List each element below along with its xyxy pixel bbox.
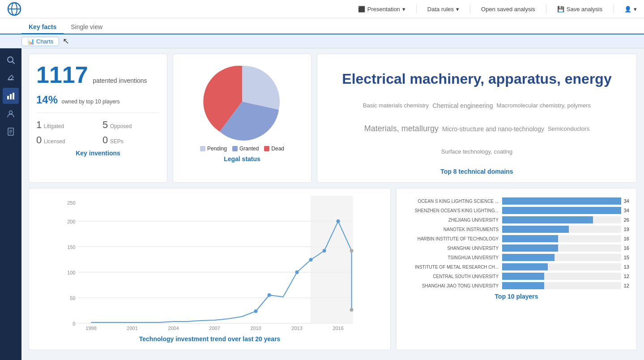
svg-text:2016: 2016 — [333, 326, 343, 330]
presentation-icon: ⬛ — [358, 6, 365, 13]
user-icon: 👤 — [624, 6, 631, 13]
bar-value: 15 — [624, 255, 629, 260]
sidebar-search-icon[interactable] — [3, 52, 19, 68]
svg-text:50: 50 — [70, 296, 75, 301]
pct-label: owned by top 10 players — [62, 99, 120, 105]
divider — [613, 4, 614, 13]
word-cloud-item[interactable]: Materials, metallurgy — [364, 124, 439, 133]
bar-value: 16 — [624, 236, 629, 241]
cursor-indicator: ↖ — [63, 36, 69, 46]
divider — [546, 4, 546, 13]
tab-key-facts[interactable]: Key facts — [21, 21, 64, 34]
charts-button[interactable]: 📊 Charts — [21, 37, 59, 46]
trend-chart-title: Technology investment trend over last 20… — [36, 335, 383, 343]
chevron-down-icon: ▾ — [456, 6, 459, 13]
word-cloud-item[interactable]: Semiconductors — [548, 125, 589, 132]
key-inventions-title: Key inventions — [36, 150, 160, 157]
top-domains-card: Electrical machinery, apparatus, energyB… — [317, 54, 637, 183]
word-cloud-item[interactable]: Micro-structure and nano-technology — [442, 125, 544, 133]
sidebar-edit-icon[interactable] — [3, 70, 19, 86]
trend-chart-card: 0 50 100 150 200 250 — [29, 188, 391, 350]
pie-chart-container: Pending Granted Dead — [180, 61, 304, 152]
svg-text:1998: 1998 — [85, 326, 96, 330]
sidebar-document-icon[interactable] — [3, 124, 19, 140]
save-button[interactable]: 💾 Save analysis — [557, 6, 602, 13]
bar-value: 12 — [624, 274, 629, 279]
sidebar — [0, 48, 21, 360]
bar-row: ZHEJIANG UNIVERSITY26 — [404, 216, 629, 223]
bar-bg — [502, 226, 621, 233]
bar-row: SHENZHEN OCEAN'S KING LIGHTING...34 — [404, 207, 629, 214]
patent-count: 1117 — [36, 62, 88, 88]
opposed-stat: 5 Opposed — [102, 119, 160, 131]
legal-status-card: Pending Granted Dead Legal status — [173, 54, 311, 183]
bar-label: ZHEJIANG UNIVERSITY — [404, 218, 502, 223]
sidebar-chart-icon[interactable] — [3, 88, 19, 104]
presentation-button[interactable]: ⬛ Presentation ▾ — [358, 6, 405, 13]
bar-value: 19 — [624, 227, 629, 232]
bar-bg — [502, 263, 621, 270]
divider — [470, 4, 470, 13]
bar-fill — [502, 226, 568, 233]
word-cloud-item[interactable]: Basic materials chemistry — [363, 102, 429, 109]
svg-rect-8 — [13, 93, 14, 99]
bar-row: INSTITUTE OF METAL RESEARCH CH...13 — [404, 263, 629, 270]
bar-bg — [502, 244, 621, 252]
patent-count-label: patented inventions — [93, 77, 147, 84]
open-saved-button[interactable]: Open saved analysis — [481, 6, 535, 13]
trend-chart-area: 0 50 100 150 200 250 — [36, 196, 383, 332]
bar-label: OCEAN S KING LIGHTING SCIENCE ... — [404, 199, 502, 204]
licensed-stat: 0 Licensed — [36, 134, 94, 146]
data-rules-button[interactable]: Data rules ▾ — [427, 6, 459, 13]
bar-fill — [502, 207, 621, 214]
bar-value: 13 — [624, 264, 629, 270]
litigated-stat: 1 Litigated — [36, 119, 94, 131]
bar-label: TSINGHUA UNIVERSITY — [404, 255, 502, 260]
bar-bg — [502, 273, 621, 280]
trend-line-chart: 0 50 100 150 200 250 — [36, 196, 383, 330]
svg-point-40 — [350, 308, 354, 312]
word-cloud-item[interactable]: Electrical machinery, apparatus, energy — [342, 71, 611, 87]
bar-row: TSINGHUA UNIVERSITY15 — [404, 254, 629, 261]
bar-value: 16 — [624, 245, 629, 251]
sidebar-users-icon[interactable] — [3, 106, 19, 122]
main-layout: 1117 patented inventions 14% owned by to… — [0, 48, 644, 360]
svg-text:2013: 2013 — [291, 326, 302, 330]
word-cloud-item[interactable]: Macromolecular chemistry, polymers — [497, 102, 591, 109]
legend-granted: Granted — [232, 146, 259, 152]
tab-single-view[interactable]: Single view — [64, 21, 110, 34]
bar-fill — [502, 273, 544, 280]
bar-value: 34 — [624, 208, 629, 213]
bar-bg — [502, 282, 621, 289]
user-button[interactable]: 👤▾ — [624, 6, 637, 13]
svg-text:200: 200 — [67, 219, 75, 224]
svg-text:2007: 2007 — [209, 326, 220, 330]
svg-text:2004: 2004 — [168, 326, 179, 330]
bar-label: SHENZHEN OCEAN'S KING LIGHTING... — [404, 208, 502, 213]
bar-chart: OCEAN S KING LIGHTING SCIENCE ...34SHENZ… — [404, 196, 629, 289]
charts-icon: 📊 — [27, 38, 34, 45]
row-1: 1117 patented inventions 14% owned by to… — [29, 54, 637, 183]
bar-row: CENTRAL SOUTH UNIVERSITY12 — [404, 273, 629, 280]
bar-bg — [502, 254, 621, 261]
word-cloud: Electrical machinery, apparatus, energyB… — [324, 61, 629, 164]
svg-text:150: 150 — [67, 244, 75, 250]
word-cloud-item[interactable]: Chemical engineering — [432, 102, 493, 109]
pie-chart — [202, 61, 282, 142]
topbar: ⬛ Presentation ▾ Data rules ▾ Open saved… — [0, 0, 644, 18]
granted-dot — [232, 146, 238, 151]
row-2: 0 50 100 150 200 250 — [29, 188, 637, 350]
bar-value: 34 — [624, 198, 629, 204]
bar-bg — [502, 235, 621, 242]
tabbar: Key facts Single view — [0, 18, 644, 34]
bar-fill — [502, 263, 548, 270]
dead-dot — [264, 146, 269, 151]
legal-status-title: Legal status — [180, 155, 304, 163]
top-players-title: Top 10 players — [404, 293, 629, 300]
bar-row: OCEAN S KING LIGHTING SCIENCE ...34 — [404, 197, 629, 205]
word-cloud-item[interactable]: Surface technology, coating — [441, 148, 512, 155]
svg-text:0: 0 — [73, 321, 75, 326]
svg-text:250: 250 — [67, 200, 75, 206]
pie-legend: Pending Granted Dead — [200, 146, 284, 152]
save-icon: 💾 — [557, 6, 564, 13]
